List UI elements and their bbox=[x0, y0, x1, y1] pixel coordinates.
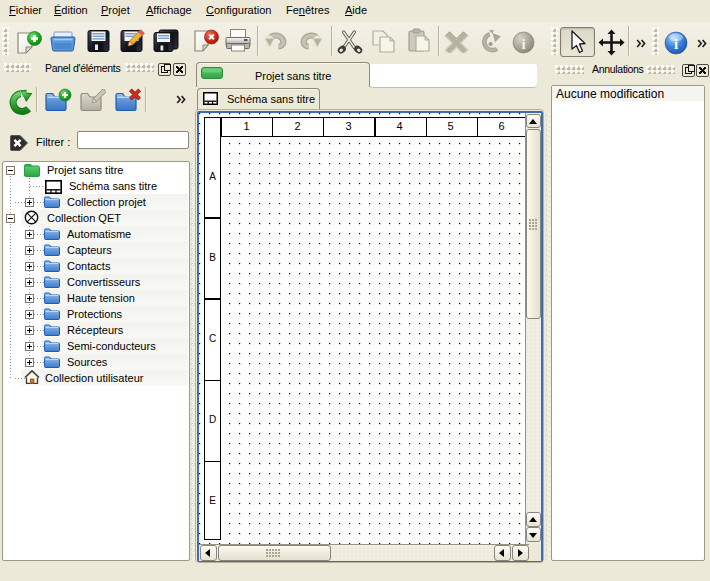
svg-text:i: i bbox=[521, 36, 525, 52]
svg-text:i: i bbox=[674, 36, 678, 52]
